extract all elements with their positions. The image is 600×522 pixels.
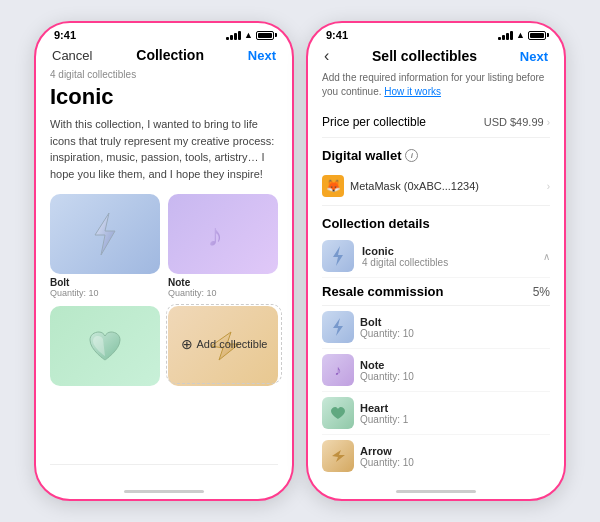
- left-next-button[interactable]: Next: [248, 48, 276, 63]
- bolt-item-thumb: [322, 311, 354, 343]
- bolt-item-name: Bolt: [360, 316, 550, 328]
- bolt-item-icon: [330, 317, 346, 337]
- left-collection-desc: With this collection, I wanted to bring …: [50, 116, 278, 182]
- note-qty: Quantity: 10: [168, 288, 278, 298]
- how-it-works-link[interactable]: How it works: [384, 86, 441, 97]
- bolt-item-row: Bolt Quantity: 10: [322, 306, 550, 349]
- bolt-item-qty: Quantity: 10: [360, 328, 550, 339]
- rp-resale-pct: 5%: [533, 285, 550, 299]
- arrow-item-icon: [329, 448, 347, 464]
- arrow-item-info: Arrow Quantity: 10: [360, 445, 550, 468]
- right-signal-icon: [498, 31, 513, 40]
- right-home-indicator: [396, 490, 476, 493]
- note-svg: ♪: [203, 212, 243, 256]
- price-label: Price per collectible: [322, 115, 426, 129]
- metamask-icon: 🦊: [322, 175, 344, 197]
- right-nav-title: Sell collectibles: [372, 48, 477, 64]
- back-button[interactable]: ‹: [324, 47, 329, 65]
- right-nav-bar: ‹ Sell collectibles Next: [308, 43, 564, 71]
- heart-svg: [86, 328, 124, 364]
- bolt-label: Bolt: [50, 277, 160, 288]
- right-status-icons: ▲: [498, 30, 546, 40]
- heart-item-info: Heart Quantity: 1: [360, 402, 550, 425]
- signal-icon: [226, 31, 241, 40]
- right-content: Add the required information for your li…: [308, 71, 564, 477]
- iconic-bolt-icon: [329, 245, 347, 267]
- note-item-icon: ♪: [335, 362, 342, 378]
- right-time: 9:41: [326, 29, 348, 41]
- bolt-svg: [87, 211, 123, 257]
- price-chevron: ›: [547, 117, 550, 128]
- heart-item-row: Heart Quantity: 1: [322, 392, 550, 435]
- add-collectible-overlay: ⊕ Add collectible: [166, 304, 282, 384]
- price-row[interactable]: Price per collectible USD $49.99 ›: [322, 107, 550, 138]
- iconic-info: Iconic 4 digital collectibles: [362, 245, 535, 268]
- right-subtitle: Add the required information for your li…: [322, 71, 550, 99]
- note-label: Note: [168, 277, 278, 288]
- resale-row[interactable]: Resale commission 5% ›: [50, 464, 278, 475]
- wifi-icon: ▲: [244, 30, 253, 40]
- note-item-thumb: ♪: [322, 354, 354, 386]
- wallet-name: MetaMask (0xABC...1234): [350, 180, 479, 192]
- bolt-qty: Quantity: 10: [50, 288, 160, 298]
- left-phone: 9:41 ▲ Cancel Collection Next 4 digital …: [34, 21, 294, 501]
- add-circle-icon: ⊕: [181, 336, 193, 352]
- svg-marker-4: [333, 318, 343, 336]
- svg-marker-3: [333, 246, 343, 266]
- cancel-button[interactable]: Cancel: [52, 48, 92, 63]
- collection-detail-iconic[interactable]: Iconic 4 digital collectibles ∧: [322, 235, 550, 278]
- wallet-heading: Digital wallet i: [322, 148, 550, 163]
- left-status-icons: ▲: [226, 30, 274, 40]
- svg-marker-5: [332, 450, 345, 462]
- info-icon[interactable]: i: [405, 149, 418, 162]
- heart-item-qty: Quantity: 1: [360, 414, 550, 425]
- price-value: USD $49.99 ›: [484, 116, 550, 128]
- bolt-image: [50, 194, 160, 274]
- left-content: 4 digital collectibles Iconic With this …: [36, 69, 292, 475]
- right-battery-icon: [528, 31, 546, 40]
- note-item-name: Note: [360, 359, 550, 371]
- heart-image: [50, 306, 160, 386]
- note-item-info: Note Quantity: 10: [360, 359, 550, 382]
- arrow-item-name: Arrow: [360, 445, 550, 457]
- left-nav-title: Collection: [136, 47, 204, 63]
- collection-heading: Collection details: [322, 216, 550, 231]
- wallet-info: 🦊 MetaMask (0xABC...1234): [322, 175, 479, 197]
- heart-item-name: Heart: [360, 402, 550, 414]
- resale-section: Resale commission 5% › If a collectible …: [50, 464, 278, 475]
- left-subtitle: 4 digital collectibles: [50, 69, 278, 80]
- bolt-collectible: Bolt Quantity: 10: [50, 194, 160, 298]
- note-collectible: ♪ Note Quantity: 10: [168, 194, 278, 298]
- collapse-icon: ∧: [543, 251, 550, 262]
- rp-resale-row: Resale commission 5%: [322, 278, 550, 306]
- wallet-row[interactable]: 🦊 MetaMask (0xABC...1234) ›: [322, 167, 550, 206]
- left-time: 9:41: [54, 29, 76, 41]
- right-status-bar: 9:41 ▲: [308, 23, 564, 43]
- right-phone: 9:41 ▲ ‹ Sell collectibles Next Ad: [306, 21, 566, 501]
- add-collectible-label: Add collectible: [197, 338, 268, 350]
- wallet-chevron: ›: [547, 181, 550, 192]
- right-next-button[interactable]: Next: [520, 49, 548, 64]
- iconic-name: Iconic: [362, 245, 535, 257]
- svg-text:♪: ♪: [207, 217, 223, 253]
- arrow-item-thumb: [322, 440, 354, 472]
- arrow-item-row: Arrow Quantity: 10: [322, 435, 550, 477]
- note-item-row: ♪ Note Quantity: 10: [322, 349, 550, 392]
- left-nav-bar: Cancel Collection Next: [36, 43, 292, 69]
- bolt-item-info: Bolt Quantity: 10: [360, 316, 550, 339]
- rp-resale-label: Resale commission: [322, 284, 443, 299]
- iconic-thumb: [322, 240, 354, 272]
- svg-marker-0: [95, 213, 115, 255]
- heart-slot: [50, 306, 160, 386]
- arrow-item-qty: Quantity: 10: [360, 457, 550, 468]
- note-image: ♪: [168, 194, 278, 274]
- left-status-bar: 9:41 ▲: [36, 23, 292, 43]
- heart-item-icon: [330, 406, 346, 421]
- battery-icon: [256, 31, 274, 40]
- note-item-qty: Quantity: 10: [360, 371, 550, 382]
- add-collectible-button[interactable]: ⊕ Add collectible: [166, 304, 282, 384]
- left-collection-title: Iconic: [50, 84, 278, 110]
- right-wifi-icon: ▲: [516, 30, 525, 40]
- home-indicator: [124, 490, 204, 493]
- heart-item-thumb: [322, 397, 354, 429]
